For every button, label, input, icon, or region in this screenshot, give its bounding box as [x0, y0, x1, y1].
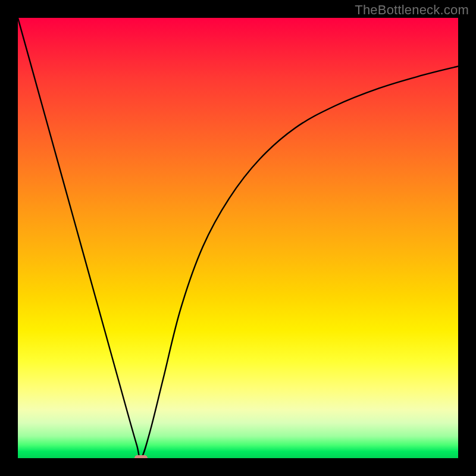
plot-area [18, 18, 458, 458]
bottleneck-curve [18, 18, 458, 458]
watermark-text: TheBottleneck.com [355, 2, 469, 18]
chart-frame: TheBottleneck.com [0, 0, 476, 476]
minimum-marker [134, 455, 148, 458]
